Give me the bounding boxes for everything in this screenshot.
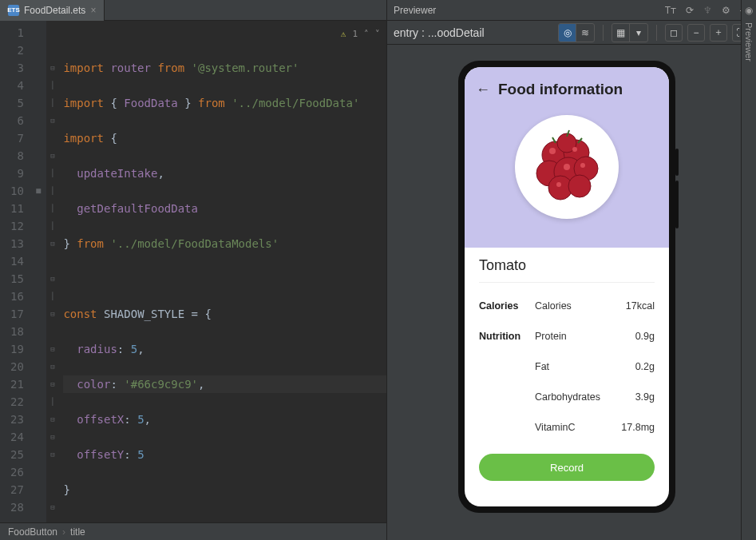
right-tool-rail: ◉ Previewer — [741, 0, 756, 540]
editor-tab-bar: ETS FoodDetail.ets × — [0, 0, 386, 21]
nutrient-value: 3.9g — [607, 391, 655, 403]
font-size-icon[interactable]: Tᴛ — [665, 5, 676, 16]
editor-tab-label: FoodDetail.ets — [24, 5, 85, 16]
record-button-label: Record — [550, 462, 584, 474]
svg-point-12 — [580, 163, 585, 168]
app-header: ← Food information — [465, 67, 669, 112]
nutrient-value: 17kcal — [607, 300, 655, 312]
gear-icon[interactable]: ⚙ — [722, 5, 730, 16]
line-number-gutter: 123456789 101112131415161718 19202122232… — [0, 21, 30, 522]
fold-gutter: ⊟││⊟⊟││││⊟ ⊟│⊟⊟⊟⊟│⊟⊟⊟⊟ — [46, 21, 58, 522]
section-label: Calories — [479, 300, 535, 312]
hero-area — [465, 112, 669, 248]
inspect-toggle[interactable]: ◎ — [559, 24, 576, 42]
svg-point-9 — [549, 148, 556, 154]
nutrient-label: Carbohydrates — [535, 391, 607, 403]
zoom-out-icon[interactable]: − — [687, 24, 705, 42]
device-frame: ← Food information — [458, 61, 675, 513]
table-row: Fat 0.2g — [479, 351, 655, 382]
code-area[interactable]: 123456789 101112131415161718 19202122232… — [0, 21, 386, 522]
table-row: VitaminC 17.8mg — [479, 412, 655, 443]
breadcrumb[interactable]: FoodButton › title — [0, 522, 386, 540]
table-row: Nutrition Protein 0.9g — [479, 321, 655, 351]
trophy-icon[interactable]: ♆ — [703, 5, 712, 16]
device-side-button — [675, 149, 679, 176]
editor-tab-fooddetail[interactable]: ETS FoodDetail.ets × — [0, 0, 105, 21]
inspection-badge[interactable]: ⚠ 1 ˄ ˅ — [341, 26, 380, 43]
nutrient-label: Calories — [535, 300, 607, 312]
previewer-canvas[interactable]: ← Food information — [387, 45, 756, 540]
breadcrumb-item[interactable]: title — [70, 526, 85, 538]
inspect-mode-group: ◎ ≋ — [558, 23, 595, 42]
breadcrumb-item[interactable]: FoodButton — [8, 526, 57, 538]
warning-icon: ⚠ — [341, 26, 346, 43]
section-label: Nutrition — [479, 331, 535, 342]
chevron-up-icon[interactable]: ˄ — [364, 26, 369, 43]
grid-icon[interactable]: ▦ — [612, 24, 630, 42]
refresh-icon[interactable]: ⟳ — [686, 5, 694, 16]
previewer-toolbar: entry : ...oodDetail ◎ ≋ ▦ ▾ ◻ − ＋ ⛶ — [387, 21, 756, 45]
warning-count: 1 — [352, 26, 358, 43]
chevron-right-icon: › — [62, 526, 65, 538]
device-side-button — [675, 181, 679, 228]
layers-toggle[interactable]: ≋ — [576, 24, 594, 42]
food-image — [515, 115, 619, 219]
food-name: Tomato — [465, 248, 669, 277]
layout-mode-group: ▦ ▾ — [612, 23, 648, 42]
close-icon[interactable]: × — [90, 5, 96, 16]
svg-point-7 — [568, 175, 591, 197]
nutrient-value: 17.8mg — [607, 422, 655, 433]
nutrition-table: Calories Calories 17kcal Nutrition Prote… — [465, 283, 669, 443]
crop-icon[interactable]: ◻ — [665, 24, 683, 42]
table-row: Calories Calories 17kcal — [479, 291, 655, 321]
nutrient-label: Protein — [535, 331, 607, 342]
record-button[interactable]: Record — [479, 454, 655, 481]
rail-previewer-tab[interactable]: Previewer — [744, 22, 754, 62]
editor-pane: ETS FoodDetail.ets × 123456789 101112131… — [0, 0, 386, 540]
svg-point-11 — [564, 164, 570, 170]
chevron-down-icon[interactable]: ˅ — [375, 26, 380, 43]
nutrient-value: 0.2g — [607, 361, 655, 372]
eye-icon[interactable]: ◉ — [745, 5, 753, 16]
back-icon[interactable]: ← — [476, 81, 490, 98]
nutrient-label: VitaminC — [535, 422, 607, 433]
zoom-in-icon[interactable]: ＋ — [710, 24, 727, 42]
previewer-titlebar: Previewer Tᴛ ⟳ ♆ ⚙ — — [387, 0, 756, 21]
bookmark-icon: ■ — [30, 182, 47, 200]
marker-gutter: ■ — [30, 21, 47, 522]
page-title: Food information — [498, 81, 623, 98]
code-content[interactable]: ⚠ 1 ˄ ˅ import router from '@system.rout… — [58, 21, 386, 522]
svg-point-10 — [572, 147, 577, 152]
previewer-entry-label: entry : ...oodDetail — [394, 26, 485, 39]
previewer-pane: Previewer Tᴛ ⟳ ♆ ⚙ — entry : ...oodDetai… — [386, 0, 756, 540]
nutrient-label: Fat — [535, 361, 607, 372]
svg-point-13 — [556, 182, 561, 187]
device-screen: ← Food information — [465, 67, 669, 506]
chevron-down-icon[interactable]: ▾ — [630, 24, 647, 42]
table-row: Carbohydrates 3.9g — [479, 382, 655, 412]
nutrient-value: 0.9g — [607, 331, 655, 342]
previewer-title: Previewer — [394, 5, 436, 16]
ets-file-icon: ETS — [8, 5, 19, 16]
